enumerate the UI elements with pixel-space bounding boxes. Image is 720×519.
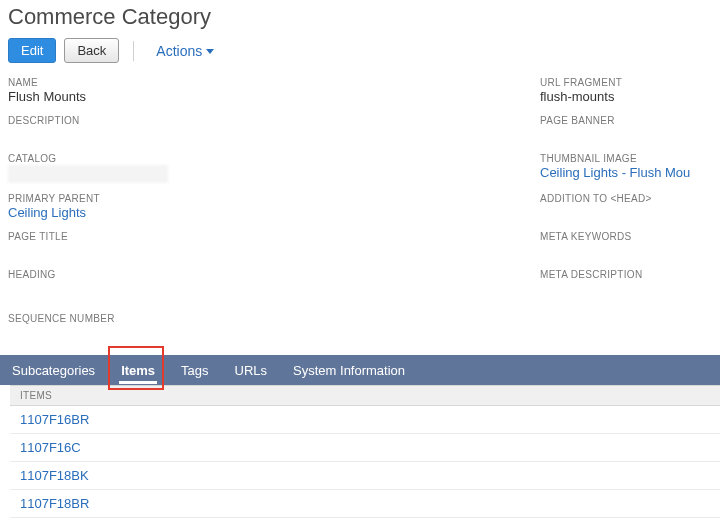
field-value: flush-mounts bbox=[540, 89, 720, 105]
tabbar: Subcategories Items Tags URLs System Inf… bbox=[0, 355, 720, 385]
toolbar-divider bbox=[133, 41, 134, 61]
table-row: 1107F18BR bbox=[10, 490, 720, 518]
field-thumbnail: THUMBNAIL IMAGE Ceiling Lights - Flush M… bbox=[540, 153, 720, 183]
toolbar: Edit Back Actions bbox=[8, 38, 720, 63]
field-label: HEADING bbox=[8, 269, 500, 280]
field-value bbox=[540, 243, 720, 259]
tab-urls[interactable]: URLs bbox=[233, 357, 270, 384]
items-list: 1107F16BR 1107F16C 1107F18BK 1107F18BR 1… bbox=[10, 406, 720, 519]
field-meta-keywords: META KEYWORDS bbox=[540, 231, 720, 259]
field-label: URL FRAGMENT bbox=[540, 77, 720, 88]
back-button[interactable]: Back bbox=[64, 38, 119, 63]
field-meta-description: META DESCRIPTION bbox=[540, 269, 720, 297]
chevron-down-icon bbox=[206, 49, 214, 54]
field-label: NAME bbox=[8, 77, 500, 88]
field-addition-head: ADDITION TO <HEAD> bbox=[540, 193, 720, 221]
field-label: ADDITION TO <HEAD> bbox=[540, 193, 720, 204]
table-row: 1107F16C bbox=[10, 434, 720, 462]
edit-button[interactable]: Edit bbox=[8, 38, 56, 63]
field-primary-parent: PRIMARY PARENT Ceiling Lights bbox=[8, 193, 500, 221]
field-label: META DESCRIPTION bbox=[540, 269, 720, 280]
field-url-fragment: URL FRAGMENT flush-mounts bbox=[540, 77, 720, 105]
field-value bbox=[540, 205, 720, 221]
field-label: CATALOG bbox=[8, 153, 500, 164]
item-link[interactable]: 1107F16C bbox=[20, 440, 81, 455]
field-label: THUMBNAIL IMAGE bbox=[540, 153, 720, 164]
field-label: DESCRIPTION bbox=[8, 115, 500, 126]
item-link[interactable]: 1107F18BR bbox=[20, 496, 89, 511]
field-value bbox=[540, 127, 720, 143]
field-value bbox=[540, 281, 720, 297]
field-label: SEQUENCE NUMBER bbox=[8, 313, 720, 324]
tab-tags[interactable]: Tags bbox=[179, 357, 210, 384]
table-row: 1107F16BR bbox=[10, 406, 720, 434]
field-label: PRIMARY PARENT bbox=[8, 193, 500, 204]
actions-menu[interactable]: Actions bbox=[156, 43, 214, 59]
field-value: Flush Mounts bbox=[8, 89, 500, 105]
item-link[interactable]: 1107F18BK bbox=[20, 468, 89, 483]
primary-parent-link[interactable]: Ceiling Lights bbox=[8, 205, 500, 221]
field-value bbox=[8, 281, 500, 297]
field-page-title: PAGE TITLE bbox=[8, 231, 500, 259]
field-name: NAME Flush Mounts bbox=[8, 77, 500, 105]
field-label: META KEYWORDS bbox=[540, 231, 720, 242]
field-value bbox=[8, 243, 500, 259]
items-column-header: ITEMS bbox=[10, 385, 720, 406]
field-heading: HEADING bbox=[8, 269, 500, 297]
page-title: Commerce Category bbox=[8, 4, 720, 30]
tab-system-information[interactable]: System Information bbox=[291, 357, 407, 384]
field-catalog: CATALOG bbox=[8, 153, 500, 183]
field-value bbox=[8, 127, 500, 143]
table-row: 1107F18BK bbox=[10, 462, 720, 490]
field-sequence-number: SEQUENCE NUMBER bbox=[8, 313, 720, 341]
field-value bbox=[8, 325, 720, 341]
field-page-banner: PAGE BANNER bbox=[540, 115, 720, 143]
field-label: PAGE TITLE bbox=[8, 231, 500, 242]
actions-label: Actions bbox=[156, 43, 202, 59]
tab-items[interactable]: Items bbox=[119, 357, 157, 384]
item-link[interactable]: 1107F16BR bbox=[20, 412, 89, 427]
redacted-value bbox=[8, 165, 168, 183]
field-label: PAGE BANNER bbox=[540, 115, 720, 126]
field-description: DESCRIPTION bbox=[8, 115, 500, 143]
thumbnail-link[interactable]: Ceiling Lights - Flush Mou bbox=[540, 165, 720, 181]
tab-subcategories[interactable]: Subcategories bbox=[10, 357, 97, 384]
